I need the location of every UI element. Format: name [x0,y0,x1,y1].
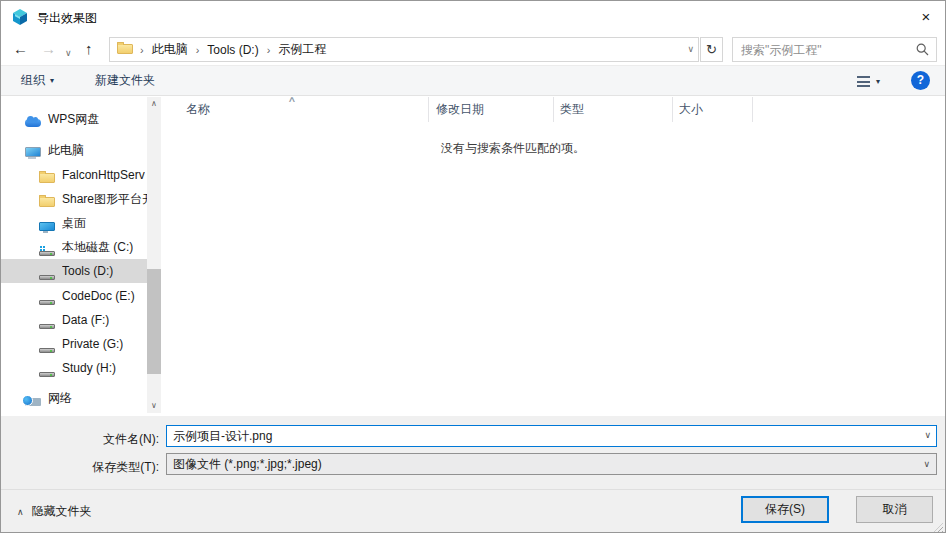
address-dropdown-icon[interactable]: ∨ [687,44,694,54]
sidebar-item-label: Data (F:) [62,313,109,327]
column-label: 类型 [560,101,584,118]
sidebar-item[interactable]: 本地磁盘 (C:) [1,235,147,259]
new-folder-label: 新建文件夹 [95,72,155,89]
computer-icon [25,147,41,157]
back-icon[interactable]: ← [13,39,28,59]
drive-icon [39,348,55,353]
title-bar: 导出效果图 × [1,1,945,33]
command-toolbar: 组织 ▾ 新建文件夹 ▾ ? [1,65,945,96]
sidebar-item-label: Study (H:) [62,361,116,375]
sidebar-item-label: 桌面 [62,215,86,232]
column-label: 大小 [679,101,703,118]
view-mode-button[interactable]: ▾ [857,73,880,89]
sidebar-item[interactable]: Tools (D:) [1,259,147,283]
sort-ascending-icon: ∧ [288,95,297,104]
breadcrumb-item[interactable]: 此电脑 [146,41,194,58]
list-view-icon [857,76,870,87]
scrollbar-thumb[interactable] [147,269,161,374]
organize-caret-icon: ▾ [50,76,54,85]
filetype-value: 图像文件 (*.png;*.jpg;*.jpeg) [173,456,322,473]
up-icon[interactable]: ↑ [85,39,93,59]
drive-icon [39,372,55,377]
sidebar-item-label: Share图形平台开 [62,191,147,208]
sidebar-item-label: Private (G:) [62,337,123,351]
help-icon[interactable]: ? [911,71,930,90]
file-fields-area: 文件名(N): ∨ 保存类型(T): 图像文件 (*.png;*.jpg;*.j… [1,416,945,489]
refresh-icon[interactable]: ↻ [700,37,723,62]
sidebar-item-label: CodeDoc (E:) [62,289,135,303]
hide-folders-toggle[interactable]: ∧ 隐藏文件夹 [17,503,92,520]
column-label: 名称 [186,101,210,118]
desktop-icon [39,222,55,231]
current-folder-icon[interactable] [117,44,133,54]
sidebar-item[interactable]: FalconHttpServ [1,163,147,187]
drive-icon [39,300,55,305]
sidebar-item[interactable]: 此电脑 [1,138,147,162]
breadcrumb-item[interactable]: 示例工程 [272,41,332,58]
scroll-up-icon[interactable]: ∧ [147,97,161,111]
sidebar-item-label: 网络 [48,390,72,407]
sidebar-item[interactable]: Data (F:) [1,308,147,332]
column-header-name[interactable]: 名称 ∧ [161,97,429,122]
sidebar-item-label: 此电脑 [48,142,84,159]
navigation-bar: ← → ∨ ↑ ›此电脑›Tools (D:)›示例工程 ∨ ↻ [1,33,945,65]
empty-results-message: 没有与搜索条件匹配的项。 [441,140,585,157]
search-icon[interactable] [916,43,929,56]
organize-button[interactable]: 组织 ▾ [13,66,62,95]
drive-icon [39,324,55,329]
column-header-blank [753,97,944,122]
forward-icon: → [41,39,56,59]
column-header-row: 名称 ∧ 修改日期 类型 大小 [161,97,944,122]
bottom-bar: ∧ 隐藏文件夹 保存(S) 取消 [1,489,945,533]
close-icon[interactable]: × [911,3,941,31]
filename-dropdown-icon[interactable]: ∨ [924,430,931,440]
resize-grip[interactable] [934,523,943,532]
column-header-type[interactable]: 类型 [554,97,673,122]
scroll-down-icon[interactable]: ∨ [147,399,161,413]
filename-input[interactable] [166,425,937,447]
column-header-size[interactable]: 大小 [673,97,753,122]
breadcrumb-separator-icon[interactable]: › [265,44,273,56]
cancel-button[interactable]: 取消 [856,496,933,523]
sidebar-item[interactable]: 网络 [1,386,147,410]
app-cube-icon [11,8,29,26]
filename-combo: ∨ [166,425,937,447]
column-header-date[interactable]: 修改日期 [429,97,554,122]
save-button[interactable]: 保存(S) [741,496,829,523]
organize-label: 组织 [21,72,45,89]
sidebar-scrollbar[interactable]: ∧ ∨ [147,97,161,413]
filetype-label: 保存类型(T): [1,459,159,476]
drive-icon [39,275,55,280]
filename-label: 文件名(N): [1,431,159,448]
collapse-icon: ∧ [17,507,24,517]
breadcrumb: ›此电脑›Tools (D:)›示例工程 [138,38,332,61]
history-dropdown-icon[interactable]: ∨ [65,43,72,63]
folder-icon [39,173,55,183]
sidebar-item[interactable]: 桌面 [1,211,147,235]
drive-os-icon [39,251,55,256]
filetype-select[interactable]: 图像文件 (*.png;*.jpg;*.jpeg) ∨ [166,453,937,475]
new-folder-button[interactable]: 新建文件夹 [87,66,163,95]
sidebar-item-label: FalconHttpServ [62,168,145,182]
sidebar-item-label: 本地磁盘 (C:) [62,239,133,256]
export-dialog-window: 导出效果图 × ← → ∨ ↑ ›此电脑›Tools (D:)›示例工程 ∨ ↻… [0,0,946,533]
hide-folders-label: 隐藏文件夹 [32,503,92,520]
folder-icon [39,197,55,207]
breadcrumb-separator-icon[interactable]: › [194,44,202,56]
breadcrumb-item[interactable]: Tools (D:) [201,43,264,57]
search-input[interactable] [735,39,922,60]
sidebar-item-label: WPS网盘 [48,111,99,128]
breadcrumb-separator-icon[interactable]: › [138,44,146,56]
sidebar-item[interactable]: CodeDoc (E:) [1,284,147,308]
cloud-icon [25,119,41,127]
filetype-dropdown-icon: ∨ [923,459,930,469]
dialog-title: 导出效果图 [37,10,97,27]
sidebar-item-label: Tools (D:) [62,264,113,278]
navigation-pane: WPS网盘此电脑FalconHttpServShare图形平台开桌面本地磁盘 (… [1,97,147,416]
address-bar[interactable]: ›此电脑›Tools (D:)›示例工程 ∨ [109,37,699,62]
sidebar-item[interactable]: Share图形平台开 [1,187,147,211]
sidebar-item[interactable]: Private (G:) [1,332,147,356]
network-icon [25,398,41,406]
sidebar-item[interactable]: Study (H:) [1,356,147,380]
sidebar-item[interactable]: WPS网盘 [1,107,147,131]
